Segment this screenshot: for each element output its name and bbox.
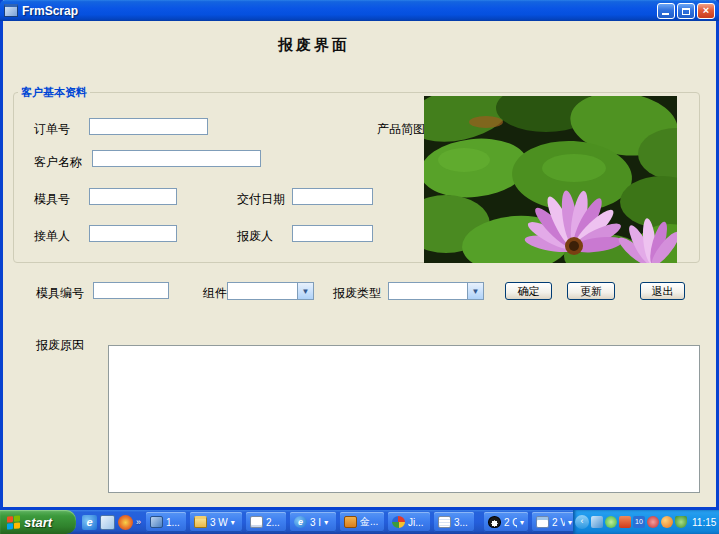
tray-red-status-icon[interactable] — [647, 516, 659, 528]
exit-button[interactable]: 退出 — [640, 282, 685, 300]
component-label: 组件 — [203, 285, 227, 302]
client-area: 报废界面 客户基本资料 订单号 客户名称 模具号 交付日期 接单人 报废人 产品… — [3, 21, 716, 507]
order-no-input[interactable] — [89, 118, 208, 135]
start-label: start — [24, 515, 52, 530]
close-button[interactable]: × — [697, 3, 715, 19]
group-dropdown-icon: ▾ — [324, 518, 328, 527]
groupbox-label: 客户基本资料 — [18, 85, 90, 100]
windows-logo-icon — [7, 515, 20, 529]
show-desktop-icon[interactable] — [100, 515, 115, 530]
taskbar-button-window-group[interactable]: 2 V ▾ — [532, 512, 576, 532]
scrap-reason-label: 报废原因 — [36, 337, 84, 354]
customer-name-input[interactable] — [92, 150, 261, 167]
scrap-type-value — [389, 283, 467, 299]
scrap-reason-textarea[interactable] — [108, 345, 700, 493]
taskbar-clock: 11:15 — [692, 517, 716, 528]
mold-code-label: 模具编号 — [36, 285, 84, 302]
orange-app-icon — [344, 516, 357, 528]
start-button[interactable]: start — [0, 510, 76, 534]
frmscrap-window: FrmScrap × 报废界面 客户基本资料 订单号 客户名称 模具号 交付日期 — [0, 0, 719, 510]
group-dropdown-icon: ▾ — [231, 518, 235, 527]
tray-flag-icon[interactable] — [619, 516, 631, 528]
window-icon — [536, 516, 549, 528]
system-tray: ‹ 10 11:15 — [573, 510, 719, 534]
taskbar-button-folder-group[interactable]: 3 W ▾ — [190, 512, 242, 532]
scrap-type-combobox[interactable]: ▼ — [388, 282, 484, 300]
app-window-icon — [150, 516, 163, 528]
internet-explorer-icon: e — [294, 516, 307, 528]
maximize-button[interactable] — [677, 3, 695, 19]
document-icon — [250, 516, 263, 528]
taskbar-button-document[interactable]: 2... — [246, 512, 286, 532]
notepad-icon — [438, 516, 451, 528]
minimize-button[interactable] — [657, 3, 675, 19]
taskbar-button-ie-group[interactable]: e 3 I ▾ — [290, 512, 336, 532]
tray-collapse-chevron[interactable]: ‹ — [575, 515, 589, 529]
tray-orange-app-icon[interactable] — [661, 516, 673, 528]
taskbar-button-notepad[interactable]: 3... — [434, 512, 474, 532]
internet-explorer-icon[interactable]: e — [82, 515, 97, 530]
scrap-type-dropdown-icon[interactable]: ▼ — [467, 283, 483, 299]
maximize-icon — [682, 8, 690, 15]
page-title: 报废界面 — [108, 36, 520, 55]
task-buttons: 1... 3 W ▾ 2... e 3 I ▾ 金... J — [146, 512, 576, 532]
taskbar: start e » 1... 3 W ▾ 2... e — [0, 510, 719, 534]
customer-info-groupbox: 客户基本资料 订单号 客户名称 模具号 交付日期 接单人 报废人 产品简图 — [13, 92, 700, 263]
tray-network-icon[interactable] — [675, 516, 687, 528]
media-player-icon[interactable] — [118, 515, 133, 530]
mold-no-input[interactable] — [89, 188, 177, 205]
order-no-label: 订单号 — [34, 121, 70, 138]
mold-code-input[interactable] — [93, 282, 169, 299]
quicklaunch-overflow-chevron[interactable]: » — [136, 517, 141, 527]
water-lilies-photo — [424, 96, 677, 263]
component-combobox[interactable]: ▼ — [227, 282, 314, 300]
component-dropdown-icon[interactable]: ▼ — [297, 283, 313, 299]
tray-antivirus-icon[interactable] — [605, 516, 617, 528]
colorful-app-icon — [392, 516, 405, 528]
folder-icon — [194, 516, 207, 528]
minimize-icon — [662, 13, 669, 15]
quick-launch-bar: e » — [82, 512, 144, 532]
delivery-date-label: 交付日期 — [237, 191, 285, 208]
order-taker-input[interactable] — [89, 225, 177, 242]
qq-penguin-icon — [488, 516, 501, 528]
product-image-label: 产品简图 — [377, 121, 425, 138]
tray-blue-app-icon[interactable]: 10 — [633, 516, 645, 528]
component-value — [228, 283, 297, 299]
update-button[interactable]: 更新 — [567, 282, 615, 300]
order-taker-label: 接单人 — [34, 228, 70, 245]
taskbar-button-1[interactable]: 1... — [146, 512, 186, 532]
mold-no-label: 模具号 — [34, 191, 70, 208]
scrapper-label: 报废人 — [237, 228, 273, 245]
scrap-type-label: 报废类型 — [333, 285, 381, 302]
delivery-date-input[interactable] — [292, 188, 373, 205]
taskbar-button-jin[interactable]: 金... — [340, 512, 384, 532]
desktop-screen: FrmScrap × 报废界面 客户基本资料 订单号 客户名称 模具号 交付日期 — [0, 0, 719, 534]
group-dropdown-icon: ▾ — [568, 518, 572, 527]
titlebar[interactable]: FrmScrap × — [0, 0, 719, 21]
window-title: FrmScrap — [22, 4, 657, 18]
water-lilies-svg — [424, 96, 677, 263]
tray-messenger-icon[interactable] — [591, 516, 603, 528]
customer-name-label: 客户名称 — [34, 154, 82, 171]
taskbar-button-ji[interactable]: Ji... — [388, 512, 430, 532]
app-icon — [4, 4, 18, 17]
group-dropdown-icon: ▾ — [520, 518, 524, 527]
taskbar-button-qq-group[interactable]: 2 Q ▾ — [484, 512, 528, 532]
ok-button[interactable]: 确定 — [505, 282, 552, 300]
scrapper-input[interactable] — [292, 225, 373, 242]
